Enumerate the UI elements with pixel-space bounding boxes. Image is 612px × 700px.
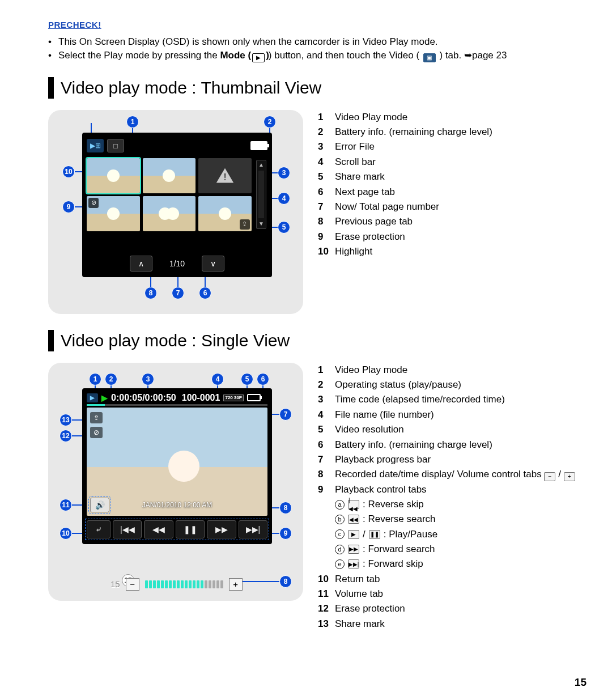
instruction-1: This On Screen Display (OSD) is shown on… <box>58 35 438 49</box>
legend-text: Video Play mode <box>335 363 407 377</box>
callout-s12: 12 <box>60 430 72 442</box>
legend-number: 7 <box>318 200 335 214</box>
volume-plus-button[interactable]: + <box>229 578 243 591</box>
prev-page-button[interactable]: ∧ <box>130 256 152 271</box>
video-play-mode-icon: ▶⊞ <box>87 139 104 152</box>
callout-10: 10 <box>62 166 75 178</box>
legend-number: 2 <box>318 125 335 139</box>
pause-icon: ❚❚ <box>369 530 380 539</box>
legend-text: Share mark <box>335 617 385 631</box>
callout-8: 8 <box>144 287 157 299</box>
legend-text: Previous page tab <box>335 214 413 229</box>
legend-text: Battery info. (remaining charge level) <box>335 125 492 139</box>
legend-row: 1Video Play mode <box>318 363 581 377</box>
scrollbar: ▲▼ <box>256 160 266 229</box>
legend-number: 8 <box>318 214 335 229</box>
legend-text: Operating status (play/pause) <box>335 377 461 392</box>
resolution-badge: 720 30P <box>223 394 244 401</box>
progress-bar <box>87 404 267 406</box>
legend-number: 6 <box>318 185 335 200</box>
callout-s7: 7 <box>279 408 292 421</box>
error-triangle-icon: ! <box>214 164 236 187</box>
legend-thumbnail: 1Video Play mode2Battery info. (remainin… <box>318 110 581 314</box>
volume-bar-row: 15 − + <box>110 578 243 591</box>
volume-button[interactable]: 🔊 <box>90 498 109 512</box>
diagram-thumbnail-view: 1 2 3 4 5 10 9 8 7 6 ▶⊞ ◻ <box>48 110 303 314</box>
legend-text: Now/ Total page number <box>335 200 439 214</box>
volume-minus-button[interactable]: − <box>126 578 139 591</box>
sub-text: : Reverse skip <box>363 497 424 512</box>
volume-level-text: 15 <box>110 579 120 589</box>
legend-subrow: e▶▶| : Forward skip <box>335 557 581 571</box>
next-page-button[interactable]: ∨ <box>202 256 224 271</box>
photo-mode-icon: ◻ <box>107 139 124 152</box>
legend-number: 3 <box>318 139 335 154</box>
callout-6: 6 <box>199 287 211 299</box>
callout-1: 1 <box>126 116 139 128</box>
timecode-text: 0:00:05/0:00:50 <box>111 393 176 403</box>
callout-9: 9 <box>62 201 75 213</box>
legend-text: Playback progress bar <box>335 452 431 467</box>
legend-text: Scroll bar <box>335 155 376 169</box>
share-mark-icon: ⇪ <box>90 412 103 423</box>
battery-icon <box>250 141 267 150</box>
legend-text: Error File <box>335 139 375 154</box>
legend-number: 10 <box>318 244 335 259</box>
callout-s13: 13 <box>60 414 72 426</box>
erase-protection-icon: ⊘ <box>88 198 99 208</box>
callout-3: 3 <box>278 167 290 179</box>
thumbnail-grid: ! ⊘ ⇪ <box>87 158 252 231</box>
legend-row: 5Video resolution <box>318 422 581 437</box>
legend-row: 7Playback progress bar <box>318 452 581 467</box>
legend-text: Volume tab <box>335 587 383 601</box>
play-pause-button[interactable]: ❚❚ <box>176 520 205 538</box>
callout-s6: 6 <box>257 373 269 385</box>
forward-skip-button[interactable]: ▶▶| <box>239 520 267 538</box>
thumbnail-1-highlighted <box>87 158 140 193</box>
legend-text: Next page tab <box>335 185 395 200</box>
forward-search-button[interactable]: ▶▶ <box>207 520 236 538</box>
legend-row: 8Recorded date/time display/ Volume cont… <box>318 467 581 482</box>
legend-row: 13Share mark <box>318 617 581 631</box>
legend-number: 9 <box>318 482 335 497</box>
legend-row: 2Battery info. (remaining charge level) <box>318 125 581 139</box>
legend-text: Highlight <box>335 244 372 259</box>
legend-number: 2 <box>318 377 335 392</box>
callout-2: 2 <box>264 116 276 128</box>
share-mark-icon: ⇪ <box>240 219 250 230</box>
legend-subrow: a|◀◀ : Reverse skip <box>335 497 581 512</box>
legend-row: 3Time code (elapsed time/recorded time) <box>318 392 581 407</box>
playback-glyph-icon: |◀◀ <box>348 500 359 509</box>
legend-text: Recorded date/time display/ Volume contr… <box>335 467 575 482</box>
playback-controls: ⤶ |◀◀ ◀◀ ❚❚ ▶▶ ▶▶| <box>87 520 267 538</box>
callout-s5: 5 <box>241 373 253 385</box>
erase-protection-icon: ⊘ <box>90 427 103 438</box>
legend-row: 4Scroll bar <box>318 155 581 169</box>
sub-letter-circle: e <box>335 559 345 569</box>
play-status-icon: ▶ <box>101 393 108 402</box>
callout-s11: 11 <box>60 499 72 511</box>
legend-number: 7 <box>318 452 335 467</box>
legend-number: 11 <box>318 587 335 601</box>
legend-row: 5Share mark <box>318 169 581 184</box>
playback-glyph-icon: ▶▶ <box>348 545 359 554</box>
legend-text: Playback control tabs <box>335 482 427 497</box>
legend-row: 1Video Play mode <box>318 110 581 125</box>
legend-number: 6 <box>318 438 335 452</box>
legend-row: 9Playback control tabs <box>318 482 581 497</box>
section-title-single: Video play mode : Single View <box>48 330 581 351</box>
sub-text: : Forward search <box>363 542 435 557</box>
callout-s3: 3 <box>142 373 154 385</box>
legend-subrow: c▶/❚❚ : Play/Pause <box>335 527 581 542</box>
legend-subrow: b◀◀ : Reverse search <box>335 512 581 527</box>
reverse-skip-button[interactable]: |◀◀ <box>113 520 142 538</box>
return-button[interactable]: ⤶ <box>87 520 110 538</box>
legend-text: Share mark <box>335 169 385 184</box>
legend-row: 12Erase protection <box>318 601 581 616</box>
playback-glyph-icon: ▶▶| <box>348 559 359 569</box>
reverse-search-button[interactable]: ◀◀ <box>144 520 173 538</box>
legend-text: Video Play mode <box>335 110 407 125</box>
sub-letter-circle: a <box>335 500 345 510</box>
callout-s10: 10 <box>60 527 72 540</box>
legend-row: 8Previous page tab <box>318 214 581 229</box>
